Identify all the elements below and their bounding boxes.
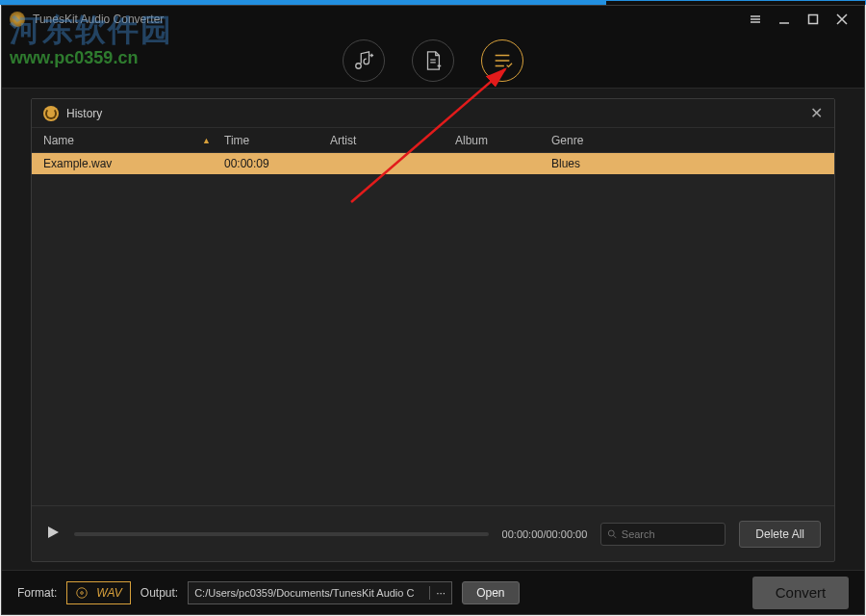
- svg-point-4: [81, 591, 84, 594]
- output-browse-button[interactable]: ···: [429, 586, 451, 600]
- history-header: History ✕: [32, 99, 834, 128]
- disc-icon: [75, 586, 89, 600]
- toolbar: [2, 33, 864, 89]
- add-file-button[interactable]: [412, 39, 454, 82]
- convert-button[interactable]: Convert: [752, 577, 849, 609]
- output-path-box: ···: [188, 581, 452, 604]
- col-time[interactable]: Time: [224, 134, 330, 147]
- bottom-bar: Format: WAV Output: ··· Open Convert: [2, 570, 864, 614]
- app-title: TunesKit Audio Converter: [33, 13, 164, 26]
- delete-all-button[interactable]: Delete All: [739, 521, 821, 548]
- app-window: TunesKit Audio Converter: [1, 5, 865, 615]
- history-button[interactable]: [481, 39, 523, 82]
- close-button[interactable]: [828, 6, 856, 33]
- sort-indicator-icon: ▲: [202, 136, 211, 145]
- progress-slider[interactable]: [74, 532, 489, 536]
- search-box[interactable]: [600, 523, 726, 546]
- format-label: Format:: [17, 586, 57, 600]
- cell-time: 00:00:09: [224, 157, 330, 170]
- format-value: WAV: [96, 586, 121, 600]
- app-icon: [10, 12, 25, 27]
- output-path-input[interactable]: [189, 587, 429, 599]
- playback-bar: 00:00:00/00:00:00 Delete All: [32, 505, 834, 561]
- col-name[interactable]: Name ▲: [32, 134, 224, 147]
- history-panel: History ✕ Name ▲ Time Artist Album Genre…: [31, 98, 835, 562]
- col-artist[interactable]: Artist: [330, 134, 455, 147]
- cell-genre: Blues: [551, 157, 834, 170]
- add-music-button[interactable]: [343, 39, 385, 82]
- table-row[interactable]: Example.wav 00:00:09 Blues: [32, 153, 834, 174]
- svg-point-2: [609, 530, 615, 536]
- col-album[interactable]: Album: [455, 134, 551, 147]
- table-body: Example.wav 00:00:09 Blues: [32, 153, 834, 505]
- format-selector[interactable]: WAV: [66, 581, 130, 604]
- maximize-button[interactable]: [799, 6, 828, 33]
- search-input[interactable]: [622, 528, 720, 540]
- minimize-button[interactable]: [770, 6, 799, 33]
- svg-rect-0: [809, 15, 818, 24]
- col-genre[interactable]: Genre: [551, 134, 834, 147]
- output-label: Output:: [140, 586, 178, 600]
- svg-point-3: [77, 587, 88, 598]
- play-button[interactable]: [45, 525, 61, 544]
- time-display: 00:00:00/00:00:00: [502, 528, 588, 540]
- open-button[interactable]: Open: [462, 581, 519, 604]
- history-icon: [43, 106, 59, 121]
- title-bar: TunesKit Audio Converter: [2, 6, 864, 33]
- history-title: History: [66, 107, 102, 120]
- main-area: History ✕ Name ▲ Time Artist Album Genre…: [2, 89, 864, 570]
- cell-name: Example.wav: [32, 157, 224, 170]
- menu-button[interactable]: [741, 6, 770, 33]
- history-close-button[interactable]: ✕: [810, 104, 823, 122]
- search-icon: [607, 528, 618, 540]
- table-header: Name ▲ Time Artist Album Genre: [32, 128, 834, 153]
